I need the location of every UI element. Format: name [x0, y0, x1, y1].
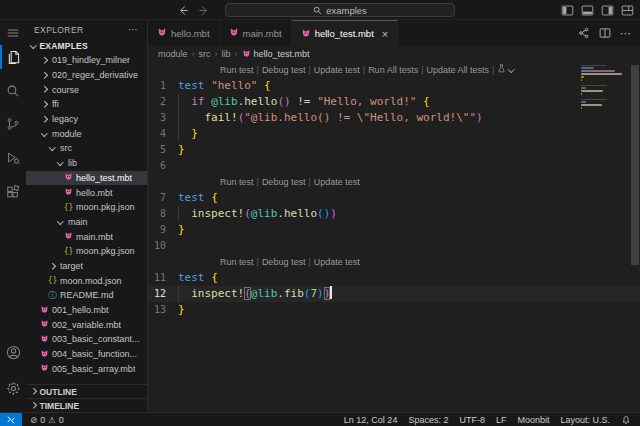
status-item-layout[interactable]: Layout: U.S. [560, 415, 610, 425]
code-line-5[interactable]: 5} [148, 142, 640, 158]
tree-item-target[interactable]: target [26, 259, 147, 274]
chevron-down-icon [41, 130, 47, 136]
tree-item-moon-mod-json[interactable]: {}moon.mod.json [26, 273, 147, 288]
extensions-icon[interactable] [0, 180, 26, 204]
nav-forward-icon[interactable] [198, 5, 209, 16]
code-line-12[interactable]: 12 inspect!(@lib.fib(7)) [148, 286, 640, 302]
code-line-10[interactable]: 10 [148, 238, 640, 254]
customize-layout-icon[interactable] [621, 4, 634, 17]
command-center-search[interactable]: examples [225, 3, 455, 17]
source-control-icon[interactable] [0, 112, 26, 136]
tree-item-src[interactable]: src [26, 141, 147, 156]
run-and-debug-icon[interactable] [0, 146, 26, 170]
tree-item-003-basic-constant-[interactable]: 003_basic_constant... [26, 332, 147, 347]
codelens-action[interactable]: Debug test [262, 62, 306, 78]
json-file-icon: {} [48, 276, 58, 285]
code-line-13[interactable]: 13} [148, 302, 640, 318]
line-number: 6 [148, 158, 178, 174]
menu-icon[interactable] [0, 21, 26, 45]
codelens-action[interactable]: Run test [220, 174, 254, 190]
tree-item-hello-test-mbt[interactable]: hello_test.mbt [26, 171, 147, 186]
tree-item-label: target [58, 261, 83, 271]
toggle-primary-sidebar-icon[interactable] [561, 4, 574, 17]
codelens-action[interactable]: Run All tests [368, 62, 418, 78]
tree-item-main-mbt[interactable]: main.mbt [26, 229, 147, 244]
breadcrumb-item[interactable]: lib [222, 49, 231, 59]
section-outline[interactable]: OUTLINE [26, 384, 147, 398]
tree-item-005-basic-array-mbt[interactable]: 005_basic_array.mbt [26, 361, 147, 376]
tree-root-examples[interactable]: EXAMPLES [26, 39, 147, 53]
tree-item-moon-pkg-json[interactable]: {}moon.pkg.json [26, 244, 147, 259]
tree-item-moon-pkg-json[interactable]: {}moon.pkg.json [26, 200, 147, 215]
tree-item-label: lib [66, 158, 77, 168]
code-line-6[interactable]: 6 [148, 158, 640, 174]
codelens-action[interactable]: Update test [314, 174, 360, 190]
code-line-4[interactable]: 4 } [148, 126, 640, 142]
chevron-down-icon[interactable] [508, 66, 514, 72]
chevron-down-icon [57, 159, 63, 165]
breadcrumb-item-file[interactable]: hello_test.mbt [242, 49, 310, 60]
tree-item-readme-md[interactable]: ⓘREADME.md [26, 288, 147, 303]
tree-item-ffi[interactable]: ffi [26, 97, 147, 112]
status-item-moonbit[interactable]: Moonbit [517, 415, 549, 425]
code-editor[interactable]: Run test|Debug test|Update test|Run All … [148, 62, 640, 412]
code-line-7[interactable]: 7test { [148, 190, 640, 206]
vertical-scrollbar[interactable] [631, 65, 639, 265]
toggle-panel-icon[interactable] [581, 4, 594, 17]
code-line-2[interactable]: 2 if @lib.hello() != "Hello, world!" { [148, 94, 640, 110]
chevron-right-icon [41, 116, 47, 122]
codelens-action[interactable]: Update All tests [427, 62, 490, 78]
tree-item-019-hindley-milner[interactable]: 019_hindley_milner [26, 53, 147, 68]
breadcrumb-item[interactable]: src [199, 49, 211, 59]
title-bar: examples [0, 0, 640, 20]
warnings-icon: ⚠ [48, 415, 56, 425]
section-timeline[interactable]: TIMELINE [26, 398, 147, 412]
account-icon[interactable] [0, 340, 26, 364]
codelens-action[interactable]: Update test [314, 254, 360, 270]
explorer-icon[interactable] [0, 45, 26, 69]
search-view-icon[interactable] [0, 79, 26, 103]
codelens-action[interactable]: Debug test [262, 174, 306, 190]
codelens-action[interactable]: Update test [314, 62, 360, 78]
tree-item-main[interactable]: main [26, 215, 147, 230]
codelens-action[interactable]: Run test [220, 62, 254, 78]
codelens-action[interactable]: Debug test [262, 254, 306, 270]
close-icon[interactable]: × [382, 28, 388, 40]
tab-hello_test-mbt[interactable]: hello_test.mbt× [292, 20, 399, 46]
tab-main-mbt[interactable]: main.mbt [220, 20, 292, 46]
tree-item-course[interactable]: course [26, 82, 147, 97]
tree-item-002-variable-mbt[interactable]: 002_variable.mbt [26, 317, 147, 332]
share-icon[interactable] [578, 27, 590, 39]
problems-status[interactable]: ⊘ 0 ⚠ 0 [30, 415, 64, 425]
code-line-3[interactable]: 3 fail!("@lib.hello() != \"Hello, world!… [148, 110, 640, 126]
chevron-down-icon [57, 218, 63, 224]
split-editor-icon[interactable] [599, 27, 611, 39]
minimap[interactable] [581, 65, 627, 110]
codelens-action[interactable]: Run test [220, 254, 254, 270]
remote-indicator[interactable] [0, 413, 22, 426]
status-item-utf-8[interactable]: UTF-8 [459, 415, 485, 425]
editor-more-actions-icon[interactable]: ⋯ [620, 27, 631, 40]
tree-item-020-regex-derivative[interactable]: 020_regex_derivative [26, 68, 147, 83]
code-line-1[interactable]: 1test "hello" { [148, 78, 640, 94]
tree-item-001-hello-mbt[interactable]: 001_hello.mbt [26, 303, 147, 318]
status-item-ln[interactable]: Ln 12, Col 24 [344, 415, 398, 425]
tree-item-004-basic-function-[interactable]: 004_basic_function... [26, 347, 147, 362]
settings-gear-icon[interactable] [0, 376, 26, 400]
code-line-11[interactable]: 11test { [148, 270, 640, 286]
test-flask-icon[interactable] [497, 62, 506, 78]
explorer-more-actions-icon[interactable]: ⋯ [128, 24, 139, 35]
status-item-lf[interactable]: LF [496, 415, 507, 425]
breadcrumb-item[interactable]: module [158, 49, 188, 59]
code-line-8[interactable]: 8 inspect!(@lib.hello()) [148, 206, 640, 222]
tree-item-lib[interactable]: lib [26, 156, 147, 171]
nav-back-icon[interactable] [178, 5, 189, 16]
tree-item-legacy[interactable]: legacy [26, 112, 147, 127]
tab-hello-mbt[interactable]: hello.mbt [148, 20, 220, 46]
code-line-9[interactable]: 9} [148, 222, 640, 238]
notifications-bell-icon[interactable] [621, 415, 631, 425]
status-item-spaces[interactable]: Spaces: 2 [408, 415, 448, 425]
toggle-secondary-sidebar-icon[interactable] [601, 4, 614, 17]
tree-item-hello-mbt[interactable]: hello.mbt [26, 185, 147, 200]
tree-item-module[interactable]: module [26, 126, 147, 141]
